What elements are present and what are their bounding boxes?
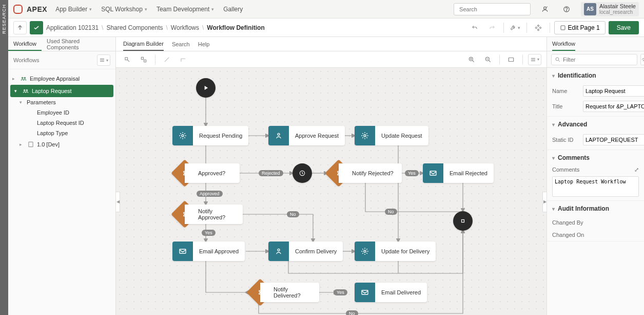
global-search[interactable] [454, 3, 531, 15]
avatar: AS [584, 3, 596, 15]
svg-point-39 [556, 58, 559, 61]
breadcrumb-shared[interactable]: Shared Components [106, 24, 163, 31]
collapse-right-icon[interactable]: ▶ [542, 192, 547, 212]
collapse-icon[interactable]: ▾ [14, 88, 19, 94]
edge-no-1: No [287, 211, 299, 217]
node-email-approved[interactable]: Email Approved [172, 242, 245, 261]
nav-sql-workshop[interactable]: SQL Workshop▾ [100, 4, 148, 15]
filter-properties[interactable] [551, 54, 637, 65]
up-button[interactable] [13, 21, 27, 34]
field-comments-label: Comments [552, 166, 579, 173]
nav-team-development[interactable]: Team Development▾ [155, 4, 215, 15]
svg-rect-34 [462, 220, 464, 223]
field-title-input[interactable] [583, 101, 644, 112]
tab-search[interactable]: Search [172, 37, 190, 51]
svg-point-29 [182, 135, 184, 137]
cursor-tool-icon[interactable] [121, 53, 133, 66]
zoom-out-icon[interactable] [482, 53, 494, 66]
collapse-left-icon[interactable]: ◀ [116, 192, 120, 212]
svg-point-9 [22, 78, 23, 79]
node-request-pending[interactable]: Request Pending [172, 126, 248, 145]
shared-components-icon[interactable] [531, 21, 545, 34]
section-comments[interactable]: ▾Comments [547, 150, 644, 165]
tree-item-laptop-type[interactable]: Laptop Type [8, 128, 115, 138]
pan-tool-icon[interactable] [138, 53, 150, 66]
panel-menu-button[interactable]: ▾ [97, 54, 110, 66]
admin-icon[interactable] [538, 2, 552, 16]
svg-point-36 [278, 249, 280, 251]
tree-item-employee-id[interactable]: Employee ID [8, 107, 115, 118]
research-sidebar-tab[interactable]: RESEARCH [0, 0, 8, 315]
edge-rejected: Rejected [259, 170, 283, 176]
expand-icon[interactable]: ▸ [12, 76, 17, 81]
line-tool-icon[interactable] [161, 53, 173, 66]
edge-yes-3: Yes [334, 289, 347, 295]
edit-page-button[interactable]: Edit Page 1 [554, 21, 606, 34]
breadcrumb-workflows[interactable]: Workflows [171, 24, 199, 31]
wait-node[interactable] [292, 163, 312, 183]
node-email-rejected[interactable]: Email Rejected [423, 163, 494, 183]
field-static-id-input[interactable] [583, 134, 644, 145]
svg-point-11 [24, 90, 25, 91]
nav-app-builder[interactable]: App Builder▾ [54, 4, 93, 15]
chevron-down-icon: ▾ [89, 7, 92, 12]
svg-point-2 [544, 7, 547, 9]
nav-gallery[interactable]: Gallery [222, 4, 244, 15]
collapse-icon: ▾ [552, 73, 555, 79]
svg-line-19 [473, 60, 474, 62]
tree-item-laptop-request[interactable]: ▾Laptop Request [10, 85, 113, 97]
tree-item-version[interactable]: ▸1.0 [Dev] [8, 138, 115, 151]
search-input[interactable] [459, 6, 530, 12]
save-button[interactable]: Save [609, 21, 639, 34]
node-approve-request[interactable]: Approve Request [268, 126, 345, 145]
edge-yes-2: Yes [202, 230, 216, 236]
tab-help[interactable]: Help [198, 37, 210, 51]
node-confirm-delivery[interactable]: Confirm Delivery [268, 242, 343, 261]
tab-used-shared[interactable]: Used Shared Components [42, 37, 115, 51]
breadcrumb-app[interactable]: Application 102131 [46, 24, 99, 31]
fit-screen-icon[interactable] [505, 53, 517, 66]
collapse-icon: ▾ [552, 155, 555, 161]
tree-item-parameters[interactable]: ▾Parameters [8, 97, 115, 107]
node-email-delivered[interactable]: Email Delivered [355, 283, 427, 302]
field-comments-textarea[interactable] [552, 176, 639, 197]
node-notify-approved-label: Notify Approved? [185, 205, 243, 224]
utilities-menu[interactable]: ▾ [508, 21, 522, 34]
tab-workflow-properties[interactable]: Workflow [552, 37, 575, 51]
svg-point-10 [24, 78, 25, 79]
tab-workflow[interactable]: Workflow [8, 37, 42, 51]
zoom-in-icon[interactable] [465, 53, 478, 66]
user-menu[interactable]: AS Alastair Steele local_research [581, 2, 639, 16]
start-node[interactable] [196, 78, 216, 98]
help-icon[interactable] [559, 2, 574, 16]
collapse-icon[interactable]: ▾ [19, 100, 25, 105]
section-audit[interactable]: ▾Audit Information [547, 201, 644, 216]
global-header: APEX App Builder▾ SQL Workshop▾ Team Dev… [8, 0, 644, 18]
expand-icon[interactable]: ▸ [19, 142, 25, 147]
pin-button[interactable]: ▾ [640, 54, 644, 65]
expand-textarea-icon[interactable]: ⤢ [634, 166, 639, 173]
svg-rect-16 [144, 60, 146, 62]
redo-button[interactable] [485, 21, 499, 34]
node-update-request[interactable]: Update Request [355, 126, 428, 145]
end-node[interactable] [453, 211, 473, 231]
canvas-menu-button[interactable]: ▾ [528, 54, 541, 65]
node-update-for-delivery[interactable]: Update for Delivery [355, 242, 436, 261]
tree-item-employee-appraisal[interactable]: ▸Employee Appraisal [8, 72, 115, 85]
field-title-label: Title [552, 103, 580, 109]
field-name-input[interactable] [583, 85, 644, 97]
section-identification[interactable]: ▾Identification [547, 68, 644, 83]
connector-tool-icon[interactable] [177, 53, 189, 66]
field-static-id-label: Static ID [552, 137, 580, 143]
filter-input[interactable] [563, 57, 634, 63]
breadcrumb-current: Workflow Definition [207, 24, 264, 31]
svg-line-40 [559, 60, 560, 62]
tab-diagram-builder[interactable]: Diagram Builder [123, 37, 164, 51]
diagram-canvas[interactable]: ◀ ▶ [116, 68, 547, 315]
section-advanced[interactable]: ▾Advanced [547, 117, 644, 132]
field-name-label: Name [552, 88, 580, 94]
user-workspace: local_research [599, 9, 636, 15]
undo-button[interactable] [467, 21, 482, 34]
tree-item-laptop-request-id[interactable]: Laptop Request ID [8, 118, 115, 128]
search-icon [555, 57, 561, 63]
